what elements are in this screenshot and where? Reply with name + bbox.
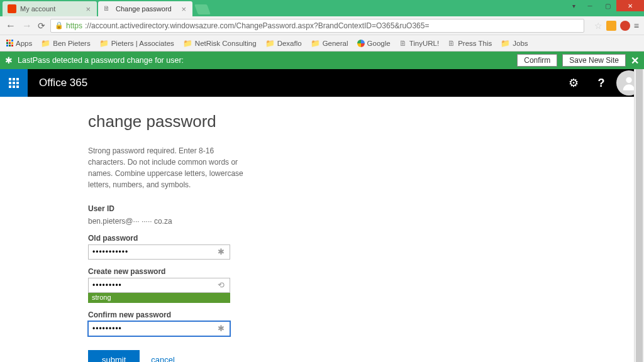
google-icon [357,40,365,47]
window-minimize-button[interactable]: ─ [581,0,599,11]
new-password-label: Create new password [88,267,632,276]
folder-icon: 📁 [501,39,510,48]
password-strength-indicator: strong [88,293,230,303]
scrollbar-thumb[interactable] [636,69,643,362]
new-tab-button[interactable] [194,4,211,14]
bookmark-star-icon[interactable]: ☆ [594,21,602,31]
bookmark-item[interactable]: 📁Jobs [501,39,528,48]
reload-button[interactable]: ⟳ [38,21,45,31]
lastpass-close-icon[interactable]: ✕ [631,55,639,67]
window-user-button[interactable]: ▾ [566,0,581,11]
userid-value: ben.pieters@··· ····· co.za [88,217,172,226]
url-protocol: https [66,21,82,30]
refresh-field-icon[interactable]: ⟲ [218,280,228,290]
browser-tab-strip: My account × 🗎 Change password × [0,0,644,16]
userid-label: User ID [88,204,632,213]
lastpass-icon: ✱ [5,55,13,65]
gear-icon: ⚙ [569,76,579,90]
extension-icon[interactable] [606,21,616,31]
bookmarks-bar: Apps 📁Ben Pieters 📁Pieters | Associates … [0,35,644,52]
extension-icon[interactable] [620,21,630,31]
settings-button[interactable]: ⚙ [560,69,587,97]
browser-tab-active[interactable]: 🗎 Change password × [98,1,192,16]
lastpass-save-button[interactable]: Save New Site [562,54,626,67]
window-maximize-button[interactable]: ▢ [599,0,616,11]
lastpass-confirm-button[interactable]: Confirm [517,54,557,67]
confirm-password-input[interactable] [88,321,230,336]
folder-icon: 📁 [311,39,320,48]
bookmark-item[interactable]: 📁Dexaflo [265,39,302,48]
bookmark-item[interactable]: 🗎TinyURL! [399,40,440,47]
lastpass-field-icon[interactable]: ✱ [218,324,228,334]
page-icon: 🗎 [448,40,455,47]
window-close-button[interactable]: ✕ [616,0,644,11]
browser-toolbar: ← → ⟳ 🔒 https ://account.activedirectory… [0,16,644,35]
help-button[interactable]: ? [587,69,615,97]
lastpass-message: LastPass detected a password change for … [18,56,184,65]
lastpass-banner: ✱ LastPass detected a password change fo… [0,52,644,69]
chrome-menu-button[interactable]: ≡ [634,21,639,31]
tab-title: Change password [116,5,172,13]
vertical-scrollbar[interactable] [634,69,644,362]
bookmark-item[interactable]: 📁Pieters | Associates [99,39,174,48]
apps-shortcut[interactable]: Apps [6,40,32,47]
question-icon: ? [598,77,605,90]
bookmark-item[interactable]: 📁Ben Pieters [41,39,90,48]
confirm-password-label: Confirm new password [88,310,632,319]
folder-icon: 📁 [99,39,109,48]
folder-icon: 📁 [183,39,192,48]
page-favicon: 🗎 [103,4,112,13]
o365-product-name: Office 365 [39,77,87,89]
submit-button[interactable]: submit [88,350,140,362]
new-password-input[interactable] [88,278,230,293]
close-tab-icon[interactable]: × [181,4,186,14]
tab-title: My account [20,5,55,13]
app-launcher-button[interactable] [0,69,28,97]
password-help-text: Strong password required. Enter 8-16 cha… [88,145,252,190]
back-button[interactable]: ← [5,20,16,31]
svg-point-0 [626,77,631,83]
folder-icon: 📁 [265,39,275,48]
close-tab-icon[interactable]: × [86,4,91,14]
lock-icon: 🔒 [55,21,64,30]
page-title: change password [88,112,632,131]
url-path: ://account.activedirectory.windowsazure.… [85,21,429,30]
page-content: change password Strong password required… [0,97,632,362]
forward-button: → [21,20,33,31]
folder-icon: 📁 [41,39,50,48]
office-favicon [8,4,16,13]
apps-grid-icon [6,40,13,47]
o365-header: Office 365 ⚙ ? [0,69,644,97]
bookmark-item[interactable]: Google [357,40,391,47]
lastpass-field-icon[interactable]: ✱ [218,247,228,257]
waffle-icon [9,78,19,88]
cancel-link[interactable]: cancel [151,355,175,362]
page-icon: 🗎 [399,40,407,47]
bookmark-item[interactable]: 📁NetRisk Consulting [183,39,257,48]
bookmark-item[interactable]: 🗎Press This [448,40,492,47]
address-bar[interactable]: 🔒 https ://account.activedirectory.windo… [50,19,584,33]
old-password-label: Old password [88,234,632,243]
old-password-input[interactable] [88,244,230,260]
bookmark-item[interactable]: 📁General [311,39,348,48]
browser-tab[interactable]: My account × [3,1,97,16]
